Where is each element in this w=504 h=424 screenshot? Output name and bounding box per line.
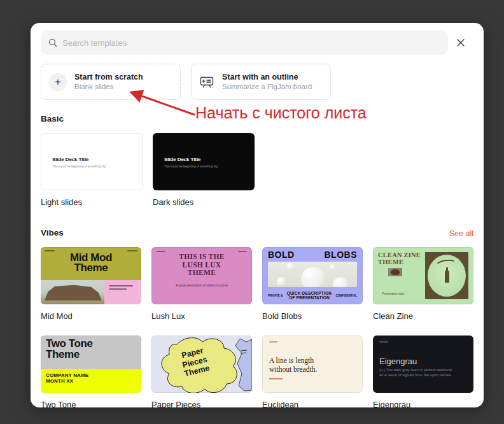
tiny-text-bar: [109, 288, 127, 290]
quick-description-line1: QUICK DESCRIPTION: [287, 291, 332, 295]
sphere-shape: [330, 264, 335, 270]
light-slides-thumbnail[interactable]: Slide Deck Title This is just the beginn…: [41, 133, 143, 190]
mesa-shape: [45, 284, 102, 300]
search-row: [41, 31, 473, 55]
mesa-photo: [41, 280, 104, 304]
start-outline-title: Start with an outline: [222, 72, 312, 82]
private-text: PRIVATE &: [268, 294, 283, 297]
bold-word: BOLD: [268, 250, 295, 260]
two-tone-title: Two Tone Theme: [41, 336, 117, 360]
template-mid-mod[interactable]: Mid Mod Theme Mid Mod: [41, 247, 141, 322]
template-light-slides[interactable]: Slide Deck Title This is just the beginn…: [41, 133, 143, 208]
close-button[interactable]: [448, 31, 473, 55]
close-icon: [457, 39, 465, 46]
lush-lux-thumbnail[interactable]: THIS IS THE LUSH LUX THEME A quick descr…: [151, 247, 252, 304]
lush-lux-subtitle: A quick description of what's to come: [151, 283, 252, 287]
lush-lux-title-line3: THEME: [188, 269, 216, 276]
eigengrau-definition-line1: (n.) The dark gray seen in perfect darkn…: [379, 368, 452, 372]
template-label: Euclidean: [262, 400, 363, 407]
vibes-templates-grid: Mid Mod Theme Mid Mod THI: [41, 247, 473, 407]
template-label: Dark slides: [153, 197, 255, 208]
yellow-block: COMPANY NAME MONTH XX: [41, 369, 141, 393]
vibes-section-title: Vibes: [41, 228, 64, 239]
eigengrau-definition-line2: as a result of signals from the optic ne…: [379, 373, 451, 377]
quick-description-line2: OF PRESENTATION: [289, 295, 330, 300]
tiny-text-bar: [127, 250, 137, 251]
template-lush-lux[interactable]: THIS IS THE LUSH LUX THEME A quick descr…: [151, 247, 252, 322]
eigengrau-title: Eigengrau: [379, 357, 417, 366]
slide-deck-title: Slide Deck Title: [164, 157, 200, 162]
search-input[interactable]: [62, 38, 440, 48]
small-photo: [388, 268, 402, 276]
tiny-text-bar: [238, 251, 247, 252]
start-outline-subtitle: Summarize a FigJam board: [222, 82, 312, 92]
month-text: MONTH XX: [46, 378, 136, 384]
start-scratch-title: Start from scratch: [74, 72, 143, 82]
tiny-text-bar: [109, 285, 133, 286]
template-clean-zine[interactable]: CLEAN ZINE THEME Presentation date Clean…: [373, 247, 473, 322]
tiny-text-bar: [157, 251, 165, 252]
template-eigengrau[interactable]: Eigengrau (n.) The dark gray seen in per…: [373, 336, 473, 407]
template-label: Light slides: [41, 197, 143, 208]
template-dark-slides[interactable]: Slide Deck Title This is just the beginn…: [153, 133, 255, 208]
blobs-word: BLOBS: [325, 250, 358, 260]
vibes-section-header: Vibes See all: [41, 228, 473, 239]
basic-templates-row: Slide Deck Title This is just the beginn…: [41, 133, 473, 208]
accent-rule: [269, 378, 283, 379]
pink-text-block: [104, 280, 141, 304]
figjam-board-icon: [199, 75, 214, 89]
presentation-date-text: Presentation date: [382, 292, 404, 295]
sphere-shape: [333, 277, 348, 287]
template-label: Two Tone: [41, 400, 141, 407]
template-label: Eigengrau: [373, 400, 473, 407]
slide-deck-title: Slide Deck Title: [52, 157, 88, 162]
euclidean-quote-line2: without breadth.: [269, 365, 317, 373]
sphere-shape: [301, 267, 325, 287]
clean-zine-title-line1: CLEAN ZINE: [378, 251, 421, 258]
sphere-shape: [277, 277, 286, 286]
template-label: Bold Blobs: [262, 311, 363, 322]
start-from-scratch-card[interactable]: + Start from scratch Blank slides: [41, 64, 181, 100]
bold-blobs-thumbnail[interactable]: BOLD BLOBS PRIVATE & QUICK DESCRIPTION: [262, 247, 363, 304]
template-label: Lush Lux: [151, 311, 252, 322]
slide-deck-subtitle: This is just the beginning of something …: [52, 165, 106, 168]
template-label: Mid Mod: [41, 311, 141, 322]
tiny-text-bar: [379, 341, 388, 343]
search-box[interactable]: [41, 31, 448, 55]
clean-zine-thumbnail[interactable]: CLEAN ZINE THEME Presentation date: [373, 247, 473, 304]
see-all-link[interactable]: See all: [449, 229, 473, 238]
template-label: Clean Zine: [373, 311, 473, 322]
mid-mod-thumbnail[interactable]: Mid Mod Theme: [41, 247, 141, 304]
modal-backdrop[interactable]: + Start from scratch Blank slides Sta: [0, 0, 504, 424]
plus-icon: +: [49, 73, 67, 91]
euclidean-quote-line1: A line is length: [269, 357, 314, 364]
template-two-tone[interactable]: Two Tone Theme COMPANY NAME MONTH XX Two…: [41, 336, 141, 407]
basic-section-title: Basic: [41, 114, 473, 125]
dark-slides-thumbnail[interactable]: Slide Deck Title This is just the beginn…: [153, 133, 255, 190]
lush-lux-title-line1: THIS IS THE: [179, 253, 225, 260]
mid-mod-title-line2: Theme: [74, 262, 108, 274]
blobs-photo: [268, 262, 357, 287]
bottle-shape: [445, 271, 449, 283]
slide-deck-subtitle: This is just the beginning of something …: [164, 165, 218, 168]
euclidean-thumbnail[interactable]: A line is length without breadth.: [262, 336, 363, 393]
template-euclidean[interactable]: A line is length without breadth. Euclid…: [262, 336, 363, 407]
lush-lux-title-line2: LUSH LUX: [183, 261, 221, 269]
clean-zine-title-line2: THEME: [378, 258, 403, 265]
eigengrau-thumbnail[interactable]: Eigengrau (n.) The dark gray seen in per…: [373, 336, 473, 393]
green-circle: [428, 255, 466, 297]
tiny-text-bar: [269, 341, 277, 343]
brown-panel: [425, 252, 468, 299]
paper-pieces-thumbnail[interactable]: Paper Pieces Theme: [151, 336, 252, 393]
confidential-text: CONFIDENTIAL: [335, 294, 357, 297]
sphere-shape: [287, 263, 294, 270]
start-with-outline-card[interactable]: Start with an outline Summarize a FigJam…: [191, 64, 331, 100]
template-paper-pieces[interactable]: Paper Pieces Theme Paper Pieces: [151, 336, 252, 407]
company-name-text: COMPANY NAME: [46, 372, 136, 378]
template-bold-blobs[interactable]: BOLD BLOBS PRIVATE & QUICK DESCRIPTION: [262, 247, 363, 322]
two-tone-thumbnail[interactable]: Two Tone Theme COMPANY NAME MONTH XX: [41, 336, 141, 393]
start-options-row: + Start from scratch Blank slides Sta: [41, 64, 473, 100]
template-label: Paper Pieces: [151, 400, 252, 407]
start-scratch-subtitle: Blank slides: [74, 82, 143, 92]
template-picker-dialog: + Start from scratch Blank slides Sta: [31, 23, 484, 407]
